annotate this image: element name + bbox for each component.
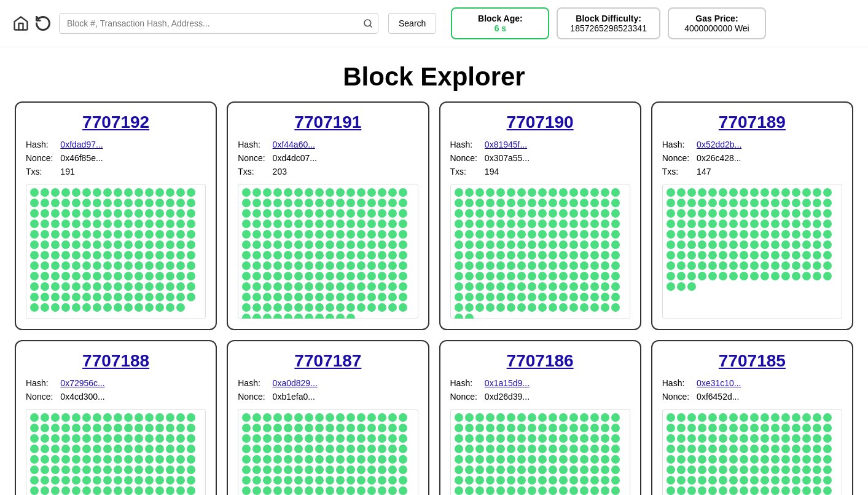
hash-value[interactable]: 0x1a15d9... [485, 378, 630, 388]
tx-dot [528, 424, 536, 432]
tx-dot [103, 455, 112, 464]
tx-dot [166, 486, 174, 495]
dot-grid-container[interactable] [26, 184, 206, 319]
tx-dot [41, 199, 49, 207]
tx-dot [103, 282, 112, 291]
tx-dot [135, 303, 143, 312]
tx-dot [135, 220, 143, 228]
block-number-link[interactable]: 7707190 [450, 113, 630, 132]
dot-grid-container[interactable] [238, 409, 418, 495]
tx-dot [346, 188, 355, 197]
tx-dot [124, 455, 133, 464]
tx-dot [336, 476, 345, 485]
tx-dot [367, 251, 376, 259]
tx-dot [252, 282, 261, 291]
tx-dot [124, 465, 133, 474]
tx-dot [114, 413, 122, 422]
tx-dot [72, 240, 80, 249]
tx-dot [559, 188, 568, 197]
tx-dot [124, 434, 133, 443]
tx-dot [771, 251, 780, 259]
tx-dot [813, 455, 821, 464]
hash-value[interactable]: 0x81945f... [485, 140, 630, 149]
block-card: 7707190 Hash: 0x81945f... Nonce: 0x307a5… [439, 101, 641, 330]
tx-dot [611, 282, 620, 291]
block-number-link[interactable]: 7707186 [450, 351, 630, 371]
tx-dot [263, 220, 272, 228]
tx-dot [114, 209, 122, 218]
tx-dot [538, 251, 547, 259]
tx-dot [326, 303, 334, 312]
dot-grid-container[interactable] [662, 409, 842, 495]
tx-dot [708, 424, 717, 432]
tx-dot [792, 230, 800, 239]
dot-grid-container[interactable] [662, 184, 842, 319]
dot-grid-container[interactable] [238, 184, 418, 319]
search-input[interactable] [60, 14, 358, 33]
block-number-link[interactable]: 7707191 [238, 113, 418, 132]
tx-dot [294, 486, 303, 495]
tx-dot [771, 424, 780, 432]
hash-value[interactable]: 0xf44a60... [273, 140, 418, 149]
tx-dot [455, 240, 463, 249]
tx-dot [729, 455, 738, 464]
tx-dot [388, 240, 397, 249]
tx-dot [528, 230, 536, 239]
tx-dot [465, 261, 474, 270]
search-icon-button[interactable] [358, 14, 378, 33]
tx-dot [166, 220, 174, 228]
tx-dot [667, 434, 675, 443]
block-number-link[interactable]: 7707192 [26, 113, 206, 132]
tx-dot [823, 188, 832, 197]
tx-dot [802, 261, 811, 270]
block-number-link[interactable]: 7707185 [662, 351, 842, 371]
hash-value[interactable]: 0xa0d829... [273, 378, 418, 388]
svg-line-1 [370, 25, 372, 27]
tx-dot [528, 188, 536, 197]
tx-dot [601, 220, 609, 228]
hash-value[interactable]: 0xe31c10... [697, 378, 842, 388]
tx-dot [569, 455, 578, 464]
refresh-icon[interactable] [34, 15, 52, 32]
tx-dot [93, 282, 101, 291]
tx-dot [740, 272, 748, 280]
home-icon[interactable] [12, 15, 29, 32]
tx-dot [698, 486, 706, 495]
tx-dot [792, 434, 800, 443]
tx-dot [263, 240, 272, 249]
tx-dot [273, 445, 282, 453]
block-number-link[interactable]: 7707188 [26, 351, 206, 371]
tx-dot [252, 261, 261, 270]
dot-grid-container[interactable] [450, 184, 630, 319]
tx-dot [155, 251, 164, 259]
tx-dot [30, 455, 39, 464]
hash-value[interactable]: 0x72956c... [60, 378, 206, 388]
tx-dot [378, 303, 386, 312]
dot-grid-container[interactable] [26, 409, 206, 495]
tx-dot [750, 220, 759, 228]
search-button[interactable]: Search [388, 13, 436, 34]
dot-grid-container[interactable] [450, 409, 630, 495]
tx-dot [813, 445, 821, 453]
nonce-value: 0xd26d39... [485, 392, 630, 402]
tx-dot [687, 476, 696, 485]
tx-dot [465, 424, 474, 432]
tx-dot [465, 413, 474, 422]
block-number-link[interactable]: 7707187 [238, 351, 418, 371]
hash-value[interactable]: 0xfdad97... [60, 140, 206, 149]
tx-dot [569, 476, 578, 485]
tx-dot [326, 220, 334, 228]
tx-dot [781, 455, 790, 464]
tx-dot [135, 282, 143, 291]
hash-value[interactable]: 0x52dd2b... [697, 140, 842, 149]
tx-dot [687, 220, 696, 228]
block-number-link[interactable]: 7707189 [662, 113, 842, 132]
tx-dot [242, 465, 251, 474]
tx-dot [315, 272, 324, 280]
tx-dot [677, 465, 686, 474]
tx-dot [475, 230, 484, 239]
tx-dot [346, 303, 355, 312]
tx-dot [315, 282, 324, 291]
tx-dot [507, 465, 515, 474]
tx-dot [305, 314, 313, 319]
